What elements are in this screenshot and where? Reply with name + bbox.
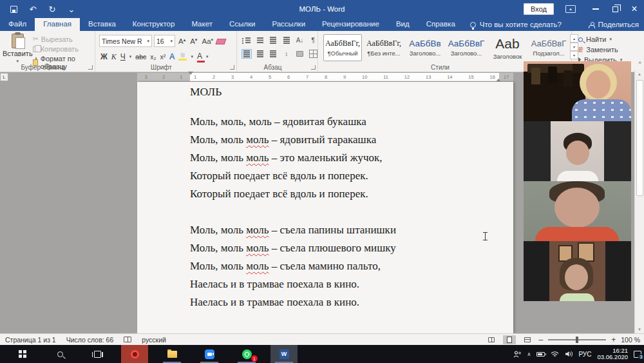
- video-participant-3[interactable]: [524, 181, 631, 241]
- find-button[interactable]: Найти ▾: [578, 35, 644, 43]
- line-spacing-button[interactable]: ↕: [282, 50, 291, 58]
- tab-help[interactable]: Справка: [418, 18, 464, 31]
- ribbon-display-options-icon[interactable]: ▴: [565, 5, 576, 13]
- zoom-app-taskbar-button[interactable]: [196, 345, 223, 363]
- font-dialog-launcher-icon[interactable]: [230, 65, 234, 70]
- word-count[interactable]: Число слов: 66: [66, 336, 114, 344]
- first-line-indent-marker[interactable]: [188, 72, 193, 75]
- battery-icon[interactable]: [536, 352, 545, 357]
- borders-button[interactable]: [308, 50, 317, 58]
- start-button[interactable]: [9, 345, 36, 363]
- document-line[interactable]: Моль, моль моль – съела папины штанишки: [190, 224, 500, 242]
- increase-indent-button[interactable]: [282, 36, 291, 44]
- taskbar-clock[interactable]: 16:21 03.06.2020: [597, 348, 628, 360]
- share-button[interactable]: Поделиться: [589, 18, 639, 31]
- tab-view[interactable]: Вид: [388, 18, 418, 31]
- page-indicator[interactable]: Страница 1 из 1: [5, 336, 56, 344]
- scroll-down-icon[interactable]: ▼: [635, 325, 644, 333]
- hidden-icons-chevron[interactable]: ∧: [527, 351, 531, 357]
- font-size-combo[interactable]: 16 ▾: [154, 35, 175, 47]
- keyboard-language[interactable]: РУС: [578, 351, 591, 358]
- collapse-ribbon-icon[interactable]: ˄: [638, 60, 641, 66]
- read-mode-button[interactable]: [485, 335, 498, 344]
- document-line[interactable]: [190, 206, 500, 224]
- bold-button[interactable]: Ж: [100, 52, 108, 61]
- zoom-level[interactable]: 100 %: [621, 336, 640, 344]
- underline-dropdown-icon[interactable]: ▾: [129, 54, 132, 59]
- style-title[interactable]: Aab Заголовок: [488, 34, 527, 61]
- style-heading2[interactable]: АаБбВвГ Заголово...: [447, 34, 486, 61]
- zoom-slider-thumb[interactable]: [576, 337, 578, 343]
- tab-selector[interactable]: L: [0, 73, 8, 81]
- grow-font-button[interactable]: А▴: [177, 37, 187, 45]
- font-family-combo[interactable]: Times New R ▾: [99, 35, 152, 47]
- task-view-button[interactable]: [84, 345, 111, 363]
- minimize-button[interactable]: [586, 0, 605, 18]
- document-line[interactable]: Моль, моль моль – ядовитый таракашка: [190, 133, 500, 152]
- bullets-button[interactable]: [242, 36, 251, 44]
- tab-home[interactable]: Главная: [35, 18, 80, 31]
- align-left-button[interactable]: [242, 50, 251, 58]
- zoom-in-button[interactable]: +: [611, 335, 616, 344]
- tab-review[interactable]: Рецензирование: [314, 18, 388, 31]
- signin-button[interactable]: Вход: [524, 3, 554, 15]
- tab-design[interactable]: Конструктор: [124, 18, 184, 31]
- tab-mailings[interactable]: Рассылки: [263, 18, 314, 31]
- document-page[interactable]: МОЛЬ Моль, моль, моль – ядовитая букашка…: [137, 82, 513, 333]
- horizontal-ruler[interactable]: 321 12345678910111213141516 17: [137, 73, 513, 81]
- document-line[interactable]: Моль, моль моль – это маленький жучок,: [190, 152, 500, 170]
- font-color-dropdown-icon[interactable]: ▾: [206, 54, 209, 59]
- italic-button[interactable]: К: [111, 52, 117, 62]
- tab-file[interactable]: Файл: [0, 18, 35, 31]
- replace-button[interactable]: ab ac Заменить: [578, 46, 644, 54]
- style-subtitle[interactable]: АаБбВвГ Подзагол...: [529, 34, 568, 61]
- document-line[interactable]: Наелась и в трамвае поехала в кино.: [190, 296, 500, 314]
- whatsapp-taskbar-button[interactable]: 1: [233, 345, 260, 363]
- change-case-button[interactable]: Аа▾: [200, 37, 214, 45]
- document-line[interactable]: Который поедает всё вдоль и поперек.: [190, 188, 500, 206]
- people-icon[interactable]: [513, 351, 522, 358]
- align-right-button[interactable]: [269, 50, 278, 58]
- paste-button[interactable]: Вставить ▾: [3, 34, 33, 64]
- clipboard-dialog-launcher-icon[interactable]: [88, 65, 93, 70]
- document-line[interactable]: Моль, моль моль – съела плюшевого мишку: [190, 242, 500, 260]
- proofing-errors-icon[interactable]: [124, 337, 131, 342]
- strikethrough-button[interactable]: abc: [135, 53, 146, 61]
- paste-dropdown-icon[interactable]: ▾: [17, 59, 19, 64]
- wifi-icon[interactable]: [551, 351, 559, 357]
- print-layout-button[interactable]: [503, 335, 516, 344]
- style-no-spacing[interactable]: АаБбВвГг, ¶Без инте...: [365, 34, 403, 61]
- word-taskbar-button[interactable]: W: [270, 345, 298, 363]
- opera-taskbar-button[interactable]: [121, 345, 148, 363]
- show-paragraph-marks-button[interactable]: ¶: [308, 36, 317, 44]
- numbering-button[interactable]: [256, 36, 265, 44]
- video-participant-4[interactable]: [524, 241, 631, 301]
- taskbar-search-button[interactable]: [46, 345, 73, 363]
- subscript-button[interactable]: x₂: [150, 53, 156, 61]
- paragraph-dialog-launcher-icon[interactable]: [311, 65, 316, 70]
- restore-button[interactable]: [605, 0, 625, 18]
- underline-button[interactable]: Ч: [120, 52, 126, 61]
- video-participant-2[interactable]: [524, 121, 631, 181]
- tab-layout[interactable]: Макет: [183, 18, 221, 31]
- document-body[interactable]: Моль, моль, моль – ядовитая букашка Моль…: [190, 115, 500, 314]
- style-normal[interactable]: АаБбВвГг, ¶Обычный: [323, 34, 362, 61]
- superscript-button[interactable]: x²: [160, 53, 166, 61]
- document-line[interactable]: Моль, моль моль – съела мамино пальто,: [190, 260, 500, 278]
- scrollbar-thumb[interactable]: [636, 80, 643, 196]
- document-line[interactable]: Моль, моль, моль – ядовитая букашка: [190, 115, 500, 133]
- scroll-up-icon[interactable]: ▲: [635, 70, 644, 78]
- zoom-out-button[interactable]: –: [539, 335, 544, 344]
- web-layout-button[interactable]: [521, 335, 534, 344]
- text-effects-button[interactable]: А: [169, 52, 175, 61]
- zoom-slider[interactable]: [548, 339, 606, 340]
- shading-button[interactable]: [296, 50, 305, 58]
- sort-button[interactable]: А↓: [296, 36, 305, 44]
- tab-insert[interactable]: Вставка: [80, 18, 124, 31]
- shrink-font-button[interactable]: А▾: [189, 37, 198, 45]
- vertical-scrollbar[interactable]: ▲ ▼: [634, 70, 644, 333]
- highlight-dropdown-icon[interactable]: ▾: [191, 54, 193, 59]
- highlight-color-icon[interactable]: [178, 53, 187, 61]
- cut-button[interactable]: ✂ Вырезать: [33, 35, 95, 43]
- action-center-icon[interactable]: 3: [634, 351, 641, 358]
